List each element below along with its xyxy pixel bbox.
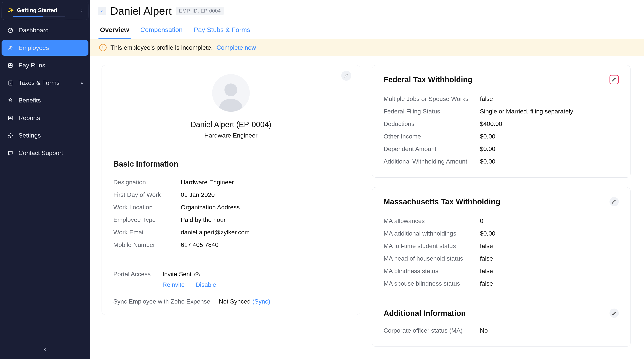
value: No [480,327,530,334]
sidebar-item-label: Employees [18,44,49,51]
separator: | [190,281,191,288]
federal-tax-card: Federal Tax Withholding Multiple Jobs or… [372,65,631,178]
label: MA blindness status [384,268,480,275]
value: 0 [480,217,619,225]
sparkle-icon: ✨ [8,7,14,13]
sync-status: Not Synced [219,298,250,305]
row-first-day: First Day of Work 01 Jan 2020 [113,189,348,201]
employee-id-badge: EMP. ID: EP-0004 [176,7,224,15]
value: Paid by the hour [181,216,348,223]
row-ma-allowances: MA allowances0 [384,215,619,227]
left-column: Daniel Alpert (EP-0004) Hardware Enginee… [102,65,360,350]
profile-title: Hardware Engineer [204,132,258,139]
label: Dependent Amount [384,145,480,153]
value: 617 405 7840 [181,241,348,248]
sidebar-item-label: Contact Support [18,149,63,157]
label: Designation [113,179,181,186]
avatar [212,74,250,112]
getting-started-card[interactable]: ✨ Getting Started › [2,2,88,20]
gear-icon [7,133,14,138]
chevron-right-icon: › [81,7,82,13]
sidebar-item-employees[interactable]: Employees [2,40,88,56]
svg-point-1 [9,46,10,48]
massachusetts-tax-card: Massachusetts Tax Withholding MA allowan… [372,187,631,347]
right-column: Federal Tax Withholding Multiple Jobs or… [372,65,631,350]
value: Single or Married, filing separately [480,108,619,115]
label: Corporate officer status (MA) [384,327,480,334]
value: daniel.alpert@zylker.com [181,229,348,236]
divider [384,301,619,301]
sidebar-item-dashboard[interactable]: Dashboard [2,22,88,38]
label: Multiple Jobs or Spouse Works [384,95,480,102]
avatar-section: Daniel Alpert (EP-0004) Hardware Enginee… [113,73,348,141]
cloud-sync-icon [194,272,200,277]
additional-info-heading: Additional Information [384,309,466,318]
svg-point-6 [10,135,11,136]
label: MA full-time student status [384,243,480,250]
getting-started-progress [13,15,65,17]
disable-link[interactable]: Disable [196,281,216,288]
content-area: Daniel Alpert (EP-0004) Hardware Enginee… [90,56,644,359]
tab-compensation[interactable]: Compensation [140,23,183,39]
sidebar-item-pay-runs[interactable]: Pay Runs [2,58,88,73]
back-button[interactable]: ‹ [98,7,106,15]
caret-right-icon: ▸ [81,81,83,85]
value: false [480,280,619,287]
portal-actions: Reinvite | Disable [162,281,348,288]
sidebar-item-reports[interactable]: Reports [2,110,88,126]
row-sync-expense: Sync Employee with Zoho Expense Not Sync… [113,288,348,305]
label: First Day of Work [113,191,181,198]
label: MA additional withholdings [384,230,480,237]
complete-now-link[interactable]: Complete now [216,44,256,51]
sidebar-collapse-button[interactable]: ‹ [0,342,90,356]
value: false [480,243,619,250]
value: false [480,268,619,275]
edit-additional-info-button[interactable] [610,309,619,318]
chat-icon [7,150,14,156]
row-additional-withholding: Additional Withholding Amount$0.00 [384,155,619,168]
sidebar-item-contact-support[interactable]: Contact Support [2,145,88,161]
sidebar-item-taxes-forms[interactable]: Taxes & Forms ▸ [2,75,88,91]
reinvite-link[interactable]: Reinvite [162,281,185,288]
getting-started-label: Getting Started [17,7,57,13]
tabs: Overview Compensation Pay Stubs & Forms [90,19,644,39]
tab-overview[interactable]: Overview [100,23,130,39]
taxes-icon [7,80,14,86]
edit-mass-tax-button[interactable] [610,197,619,206]
value: Hardware Engineer [181,179,348,186]
label: Mobile Number [113,241,181,248]
sidebar-item-label: Reports [18,114,40,121]
row-employee-type: Employee Type Paid by the hour [113,214,348,226]
sidebar-item-label: Benefits [18,97,41,104]
row-work-email: Work Email daniel.alpert@zylker.com [113,226,348,239]
edit-profile-button[interactable] [341,71,351,81]
main: ‹ Daniel Alpert EMP. ID: EP-0004 Overvie… [90,0,644,359]
row-ma-spouse-blindness: MA spouse blindness statusfalse [384,277,619,290]
value: Organization Address [181,204,348,211]
sidebar-item-settings[interactable]: Settings [2,128,88,143]
sync-link[interactable]: (Sync) [252,298,270,305]
row-designation: Designation Hardware Engineer [113,176,348,189]
label: Deductions [384,120,480,127]
label: Portal Access [113,271,162,278]
portal-status: Invite Sent [162,271,192,278]
sidebar-item-label: Dashboard [18,27,49,34]
row-corp-officer: Corporate officer status (MA) No [384,324,530,337]
card-title: Massachusetts Tax Withholding [384,197,500,206]
tab-paystubs[interactable]: Pay Stubs & Forms [193,23,250,39]
row-deductions: Deductions$400.00 [384,118,619,130]
row-ma-hoh: MA head of household statusfalse [384,252,619,265]
sync-label: Sync Employee with Zoho Expense [113,298,210,305]
label: Work Location [113,204,181,211]
edit-federal-tax-button[interactable] [610,75,619,84]
label: Employee Type [113,216,181,223]
sidebar-item-label: Settings [18,132,41,139]
sidebar-item-label: Pay Runs [18,62,45,69]
basic-info-heading: Basic Information [113,160,348,168]
sidebar-item-benefits[interactable]: Benefits [2,93,88,108]
value: $0.00 [480,133,619,140]
pay-runs-icon [7,63,14,68]
value: $0.00 [480,230,619,237]
svg-point-2 [11,47,12,48]
chevron-left-icon: ‹ [44,345,46,353]
